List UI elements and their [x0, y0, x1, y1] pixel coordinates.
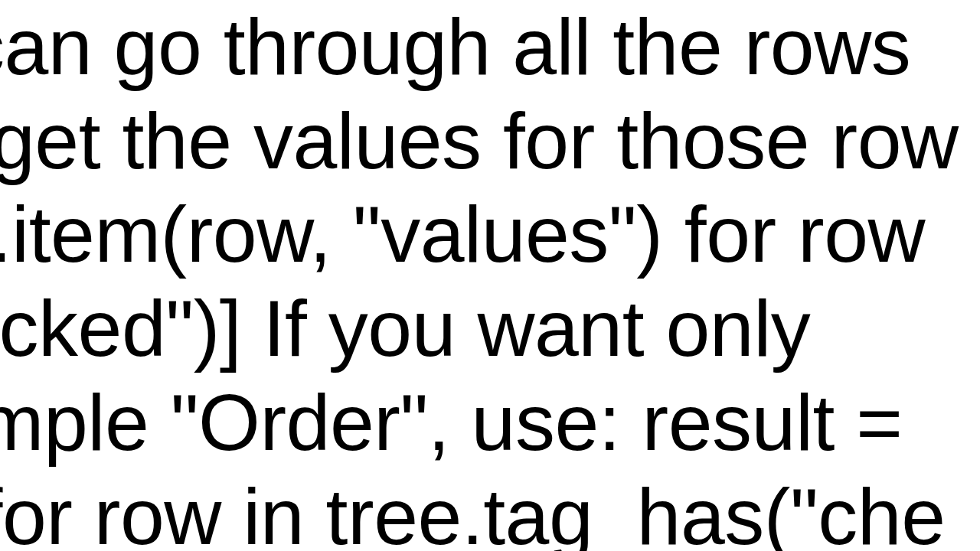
text-line-1: can go through all the rows [0, 0, 945, 94]
text-line-3: ee.item(row, "values") for row [0, 187, 882, 282]
text-line-6: ) for row in tree.tag_has("che [0, 470, 913, 551]
text-line-2: get the values for those row [0, 94, 971, 188]
text-line-5: xample "Order", use: result = [0, 376, 874, 470]
text-line-4: "checked")] If you want only [0, 282, 824, 376]
